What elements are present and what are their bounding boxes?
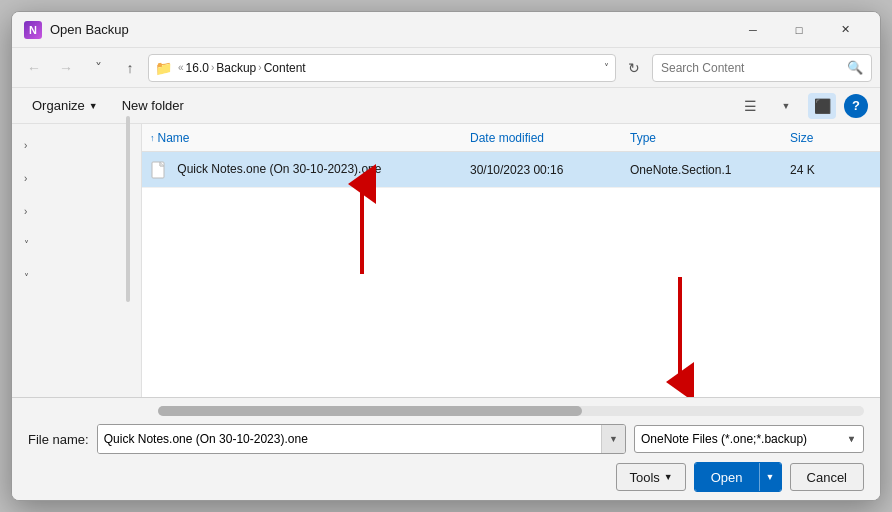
sidebar-chevron-3: ˅ bbox=[24, 239, 29, 250]
sidebar-item-3[interactable]: ˅ bbox=[16, 228, 137, 260]
table-row[interactable]: Quick Notes.one (On 30-10-2023).one 30/1… bbox=[142, 152, 880, 188]
col-header-name[interactable]: ↑ Name bbox=[142, 124, 462, 151]
actions-row: Tools ▼ Open ▼ Cancel bbox=[28, 462, 864, 492]
list-view-button[interactable]: ☰ bbox=[736, 93, 764, 119]
col-header-date[interactable]: Date modified bbox=[462, 124, 622, 151]
sidebar-resize-handle[interactable] bbox=[126, 124, 130, 302]
open-button[interactable]: Open bbox=[695, 463, 759, 491]
forward-button[interactable]: → bbox=[52, 54, 80, 82]
app-icon: N bbox=[24, 21, 42, 39]
path-part-1: 16.0 bbox=[186, 61, 209, 75]
minimize-button[interactable]: ─ bbox=[730, 15, 776, 45]
tools-dropdown-icon: ▼ bbox=[664, 472, 673, 482]
path-bar[interactable]: 📁 « 16.0 › Backup › Content ˅ bbox=[148, 54, 616, 82]
filename-input[interactable] bbox=[98, 425, 601, 453]
view-dropdown-button[interactable]: ▼ bbox=[772, 93, 800, 119]
path-sep-1: › bbox=[211, 62, 214, 73]
dropdown-button[interactable]: ˅ bbox=[84, 54, 112, 82]
open-button-group: Open ▼ bbox=[694, 462, 782, 492]
sidebar-item-2[interactable]: › bbox=[16, 195, 137, 227]
refresh-button[interactable]: ↻ bbox=[620, 54, 648, 82]
file-header: ↑ Name Date modified Type Size bbox=[142, 124, 880, 152]
back-button[interactable]: ← bbox=[20, 54, 48, 82]
file-type-cell: OneNote.Section.1 bbox=[622, 163, 782, 177]
bottom-area: File name: ▼ OneNote Files (*.one;*.back… bbox=[12, 397, 880, 500]
filetype-select-wrapper[interactable]: OneNote Files (*.one;*.backup) ▼ bbox=[634, 425, 864, 453]
tools-label: Tools bbox=[629, 470, 659, 485]
file-size-cell: 24 K bbox=[782, 163, 880, 177]
organize-button[interactable]: Organize ▼ bbox=[24, 93, 106, 119]
sidebar-item-4[interactable]: ˅ bbox=[16, 261, 137, 293]
sidebar: › › › ˅ ˅ bbox=[12, 124, 142, 397]
filename-label: File name: bbox=[28, 432, 89, 447]
path-part-2: Backup bbox=[216, 61, 256, 75]
new-folder-button[interactable]: New folder bbox=[114, 93, 192, 119]
file-name-cell: Quick Notes.one (On 30-10-2023).one bbox=[142, 161, 462, 179]
path-part-3: Content bbox=[264, 61, 306, 75]
close-button[interactable]: ✕ bbox=[822, 15, 868, 45]
sidebar-chevron-1: › bbox=[24, 173, 27, 184]
folder-icon: 📁 bbox=[155, 60, 172, 76]
main-area: › › › ˅ ˅ ↑ Name bbox=[12, 124, 880, 397]
filename-dropdown-button[interactable]: ▼ bbox=[601, 425, 625, 453]
down-arrow-annotation bbox=[650, 267, 710, 397]
address-bar: ← → ˅ ↑ 📁 « 16.0 › Backup › Content ˅ ↻ … bbox=[12, 48, 880, 88]
organize-dropdown-icon: ▼ bbox=[89, 101, 98, 111]
sidebar-item-1[interactable]: › bbox=[16, 162, 137, 194]
search-box[interactable]: 🔍 bbox=[652, 54, 872, 82]
toolbar: Organize ▼ New folder ☰ ▼ ⬛ ? bbox=[12, 88, 880, 124]
new-folder-label: New folder bbox=[122, 98, 184, 113]
search-icon: 🔍 bbox=[847, 60, 863, 75]
sidebar-chevron-0: › bbox=[24, 140, 27, 151]
col-header-type[interactable]: Type bbox=[622, 124, 782, 151]
path-dropdown-arrow[interactable]: ˅ bbox=[604, 62, 609, 73]
sidebar-item-0[interactable]: › bbox=[16, 129, 137, 161]
col-header-size[interactable]: Size bbox=[782, 124, 880, 151]
open-backup-dialog: N Open Backup ─ □ ✕ ← → ˅ ↑ 📁 « 16.0 › B… bbox=[11, 11, 881, 501]
title-bar: N Open Backup ─ □ ✕ bbox=[12, 12, 880, 48]
open-label: Open bbox=[711, 470, 743, 485]
tools-button[interactable]: Tools ▼ bbox=[616, 463, 685, 491]
filetype-value: OneNote Files (*.one;*.backup) bbox=[641, 432, 807, 446]
path-chevron-1: « bbox=[178, 62, 184, 73]
help-label: ? bbox=[852, 98, 860, 113]
cancel-label: Cancel bbox=[807, 470, 847, 485]
file-icon bbox=[150, 161, 168, 179]
open-dropdown-button[interactable]: ▼ bbox=[759, 463, 781, 491]
path-sep-2: › bbox=[258, 62, 261, 73]
horizontal-scrollbar bbox=[28, 406, 864, 416]
file-pane: ↑ Name Date modified Type Size bbox=[142, 124, 880, 397]
window-controls: ─ □ ✕ bbox=[730, 15, 868, 45]
file-date-cell: 30/10/2023 00:16 bbox=[462, 163, 622, 177]
maximize-button[interactable]: □ bbox=[776, 15, 822, 45]
help-button[interactable]: ? bbox=[844, 94, 868, 118]
dialog-title: Open Backup bbox=[50, 22, 730, 37]
filename-input-group[interactable]: ▼ bbox=[97, 424, 626, 454]
sidebar-chevron-4: ˅ bbox=[24, 272, 29, 283]
sidebar-chevron-2: › bbox=[24, 206, 27, 217]
pane-button[interactable]: ⬛ bbox=[808, 93, 836, 119]
up-button[interactable]: ↑ bbox=[116, 54, 144, 82]
filename-row: File name: ▼ OneNote Files (*.one;*.back… bbox=[28, 424, 864, 454]
organize-label: Organize bbox=[32, 98, 85, 113]
col-sort-up: ↑ bbox=[150, 133, 155, 143]
search-input[interactable] bbox=[661, 61, 843, 75]
cancel-button[interactable]: Cancel bbox=[790, 463, 864, 491]
